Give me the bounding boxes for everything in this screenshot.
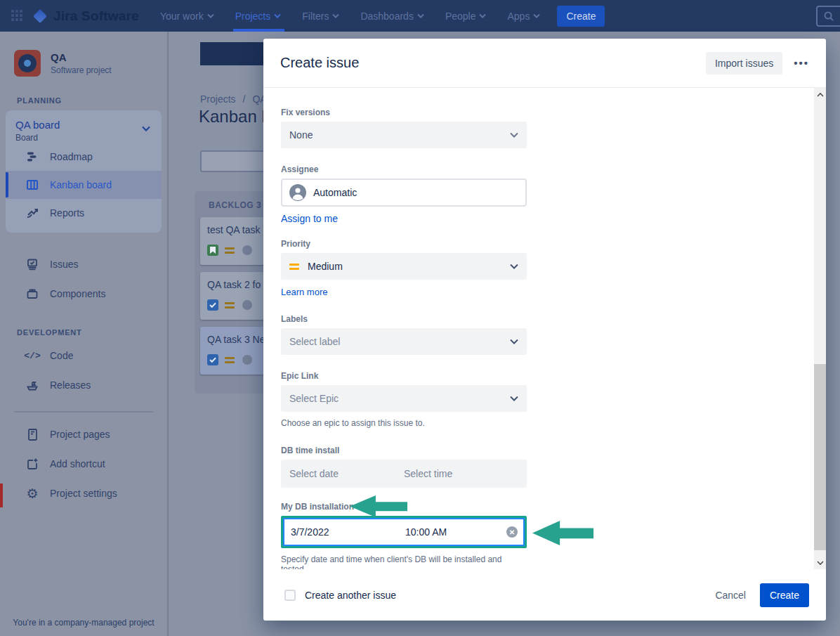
breadcrumb-separator: / bbox=[243, 93, 246, 105]
app-switcher-icon[interactable] bbox=[11, 10, 24, 22]
date-value[interactable]: 3/7/2022 bbox=[283, 526, 405, 538]
issues-icon bbox=[25, 257, 39, 271]
fix-versions-select[interactable]: None bbox=[281, 122, 527, 148]
nav-search-input[interactable] bbox=[816, 6, 840, 27]
my-db-installation-input[interactable]: 3/7/2022 10:00 AM ✕ bbox=[281, 516, 527, 548]
sidebar-item-kanban-board[interactable]: Kanban board bbox=[6, 171, 162, 199]
nav-item-filters[interactable]: Filters bbox=[302, 0, 339, 32]
sidebar-item-issues[interactable]: Issues bbox=[0, 249, 167, 279]
dialog-footer: Create another issue Cancel Create bbox=[263, 569, 826, 621]
jira-logo[interactable]: Jira Software bbox=[35, 8, 139, 24]
db-time-install-input[interactable]: Select date Select time bbox=[281, 460, 527, 488]
avatar bbox=[242, 300, 252, 310]
chevron-down-icon bbox=[510, 264, 518, 269]
add-shortcut-icon bbox=[25, 457, 39, 471]
create-button[interactable]: Create bbox=[760, 583, 809, 607]
time-placeholder[interactable]: Select time bbox=[404, 468, 452, 479]
sidebar-item-releases[interactable]: Releases bbox=[0, 370, 167, 400]
assign-to-me-link[interactable]: Assign to me bbox=[281, 213, 338, 224]
scrollbar-thumb[interactable] bbox=[814, 364, 826, 550]
breadcrumb-projects[interactable]: Projects bbox=[200, 93, 236, 105]
chevron-down-icon bbox=[332, 13, 339, 18]
nav-item-dashboards[interactable]: Dashboards bbox=[360, 0, 424, 32]
field-my-db-installation: My DB installation 3/7/2022 10:00 AM ✕ S… bbox=[281, 502, 527, 569]
cancel-button[interactable]: Cancel bbox=[715, 590, 746, 601]
dialog-title: Create issue bbox=[280, 55, 359, 71]
pages-icon bbox=[25, 427, 39, 441]
avatar bbox=[242, 355, 252, 365]
more-options-button[interactable]: ••• bbox=[794, 57, 809, 69]
board-switcher[interactable]: QA board Board bbox=[6, 119, 162, 143]
scrollbar-up-button[interactable] bbox=[814, 89, 826, 100]
chevron-down-icon bbox=[417, 13, 424, 18]
chevron-down-icon bbox=[510, 132, 518, 138]
sidebar-item-reports[interactable]: Reports bbox=[6, 199, 162, 227]
field-label: Epic Link bbox=[281, 371, 527, 381]
sidebar-item-roadmap[interactable]: Roadmap bbox=[6, 143, 162, 171]
epic-link-select[interactable]: Select Epic bbox=[281, 385, 527, 412]
priority-select[interactable]: Medium bbox=[281, 253, 527, 280]
time-value[interactable]: 10:00 AM bbox=[405, 526, 447, 538]
project-avatar bbox=[14, 50, 41, 77]
field-label: Fix versions bbox=[281, 108, 527, 117]
sidebar-item-add-shortcut[interactable]: Add shortcut bbox=[0, 449, 167, 479]
nav-item-projects[interactable]: Projects bbox=[235, 0, 282, 32]
selected-value: Automatic bbox=[313, 187, 357, 198]
assignee-select[interactable]: Automatic bbox=[281, 179, 527, 207]
import-issues-button[interactable]: Import issues bbox=[706, 52, 782, 74]
create-another-label: Create another issue bbox=[305, 590, 396, 601]
task-type-icon bbox=[207, 354, 218, 365]
roadmap-icon bbox=[25, 150, 39, 164]
search-icon bbox=[823, 11, 834, 22]
labels-select[interactable]: Select label bbox=[281, 328, 527, 355]
nav-create-button[interactable]: Create bbox=[557, 6, 605, 27]
sidebar-item-code[interactable]: </> Code bbox=[0, 341, 167, 370]
chevron-down-icon bbox=[274, 13, 281, 18]
task-type-icon bbox=[207, 299, 218, 311]
dialog-scrollbar[interactable] bbox=[814, 88, 826, 569]
field-epic-link: Epic Link Select Epic Choose an epic to … bbox=[281, 371, 527, 428]
planning-section-label: PLANNING bbox=[17, 96, 167, 105]
scrollbar-down-button[interactable] bbox=[814, 557, 826, 568]
project-sidebar: QA Software project PLANNING QA board Bo… bbox=[0, 32, 169, 636]
top-navigation: Jira Software Your work Projects Filters… bbox=[0, 0, 840, 32]
project-name: QA bbox=[51, 51, 112, 63]
create-another-checkbox[interactable] bbox=[284, 590, 296, 601]
code-icon: </> bbox=[25, 349, 39, 363]
sidebar-item-label: Components bbox=[50, 288, 105, 299]
selected-value: Medium bbox=[308, 261, 343, 272]
user-avatar-icon bbox=[289, 184, 306, 201]
sidebar-item-project-pages[interactable]: Project pages bbox=[0, 420, 167, 449]
board-name: QA board bbox=[15, 119, 152, 131]
nav-item-your-work[interactable]: Your work bbox=[160, 0, 214, 32]
nav-item-apps[interactable]: Apps bbox=[507, 0, 540, 32]
nav-item-people[interactable]: People bbox=[445, 0, 487, 32]
project-header[interactable]: QA Software project bbox=[14, 50, 167, 77]
field-label: Priority bbox=[281, 239, 527, 249]
sidebar-item-components[interactable]: Components bbox=[0, 279, 167, 309]
selected-value: None bbox=[289, 129, 313, 141]
date-placeholder[interactable]: Select date bbox=[281, 468, 404, 479]
field-labels: Labels Select label bbox=[281, 314, 527, 355]
field-assignee: Assignee Automatic Assign to me bbox=[281, 164, 527, 225]
sidebar-item-label: Project settings bbox=[50, 488, 117, 499]
project-type: Software project bbox=[51, 65, 112, 75]
sidebar-item-project-settings[interactable]: ⚙ Project settings bbox=[0, 479, 167, 508]
field-db-time-install: DB time install Select date Select time bbox=[281, 446, 527, 488]
clear-field-icon[interactable]: ✕ bbox=[506, 526, 518, 538]
nav-menu: Your work Projects Filters Dashboards Pe… bbox=[160, 0, 540, 32]
field-fix-versions: Fix versions None bbox=[281, 108, 527, 148]
sidebar-item-label: Project pages bbox=[50, 429, 110, 440]
field-label: Assignee bbox=[281, 164, 527, 174]
placeholder-value: Select Epic bbox=[289, 393, 339, 404]
chevron-down-icon bbox=[510, 396, 518, 401]
managed-project-note: You're in a company-managed project bbox=[0, 618, 167, 628]
kanban-board-icon bbox=[25, 178, 39, 192]
breadcrumb: Projects / QA bbox=[200, 93, 267, 105]
chevron-down-icon bbox=[142, 126, 150, 131]
field-priority: Priority Medium Learn more bbox=[281, 239, 527, 298]
sidebar-item-label: Reports bbox=[50, 207, 84, 219]
field-help-text: Choose an epic to assign this issue to. bbox=[281, 418, 527, 428]
learn-more-link[interactable]: Learn more bbox=[281, 287, 327, 297]
board-selector-panel: QA board Board Roadmap Kanban board Repo… bbox=[6, 110, 162, 233]
